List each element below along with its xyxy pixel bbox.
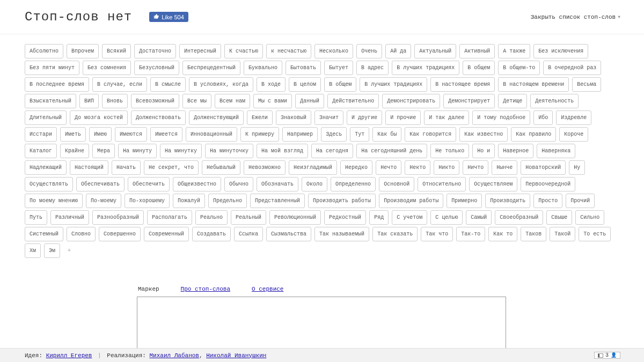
stop-word-tag[interactable]: В лучших традициях bbox=[392, 61, 459, 75]
stop-word-tag[interactable]: Нынче bbox=[492, 160, 517, 175]
stop-word-tag[interactable]: На минуту bbox=[118, 144, 157, 158]
stop-word-tag[interactable]: В общем bbox=[324, 77, 356, 92]
stop-word-tag[interactable]: Имеются bbox=[115, 127, 147, 142]
stop-word-tag[interactable]: Ибо bbox=[533, 110, 553, 125]
stop-word-tag[interactable]: Некто bbox=[405, 160, 430, 175]
tab-marker[interactable]: Маркер bbox=[138, 286, 159, 292]
stop-word-tag[interactable]: Интересный bbox=[179, 44, 221, 58]
stop-word-tag[interactable]: Так-то bbox=[456, 227, 485, 241]
stop-word-tag[interactable]: Прочий bbox=[566, 194, 595, 208]
stop-word-tag[interactable]: Системный bbox=[25, 227, 63, 241]
stop-word-tag[interactable]: Самый bbox=[466, 210, 492, 225]
stop-word-tag[interactable]: Создавать bbox=[192, 227, 231, 241]
stop-word-tag[interactable]: Эм bbox=[44, 243, 60, 258]
stop-word-tag[interactable]: Около bbox=[302, 177, 327, 191]
stop-word-tag[interactable]: Впрочем bbox=[67, 44, 99, 58]
stop-word-tag[interactable]: Крайне bbox=[60, 144, 89, 158]
stop-word-tag[interactable]: На минуточку bbox=[205, 144, 253, 158]
stop-word-tag[interactable]: Сильно bbox=[575, 210, 604, 225]
stop-word-tag[interactable]: Инновационный bbox=[186, 127, 237, 142]
stop-word-tag[interactable]: Ничто bbox=[463, 160, 488, 175]
stop-word-tag[interactable]: В общем bbox=[463, 61, 495, 75]
stop-word-tag[interactable]: Никто bbox=[434, 160, 459, 175]
stop-word-tag[interactable]: Производим работы bbox=[379, 194, 443, 208]
stop-word-tag[interactable]: Как то bbox=[488, 227, 517, 241]
stop-word-tag[interactable]: Совершенно bbox=[99, 227, 141, 241]
stop-word-tag[interactable]: Словно bbox=[67, 227, 96, 241]
stop-word-tag[interactable]: Как известно bbox=[459, 127, 508, 142]
stop-word-tag[interactable]: Демонстрирует bbox=[443, 94, 495, 108]
stop-word-tag[interactable]: В смысле bbox=[150, 77, 186, 92]
stop-word-tag[interactable]: Не секрет, что bbox=[144, 160, 199, 175]
stop-word-tag[interactable]: Всем нам bbox=[215, 94, 250, 108]
stop-word-tag[interactable]: В настоящем времени bbox=[498, 77, 569, 92]
stop-word-tag[interactable]: И так далее bbox=[424, 110, 469, 125]
stop-word-tag[interactable]: По-моему bbox=[86, 194, 121, 208]
stop-word-tag[interactable]: Так что bbox=[421, 227, 453, 241]
stop-word-tag[interactable]: Разнообразный bbox=[92, 210, 144, 225]
stop-word-tag[interactable]: Как правило bbox=[511, 127, 556, 142]
stop-word-tag[interactable]: Хм bbox=[25, 243, 41, 258]
stop-word-tag[interactable]: Исстари bbox=[25, 127, 57, 142]
stop-word-tag[interactable]: По-хорошему bbox=[125, 194, 170, 208]
impl-author2-link[interactable]: Николай Иванушкин bbox=[206, 352, 266, 359]
stop-word-tag[interactable]: В условиях, когда bbox=[189, 77, 253, 92]
stop-word-tag[interactable]: Активный bbox=[459, 44, 495, 58]
stop-word-tag[interactable]: ВИП bbox=[79, 94, 99, 108]
stop-word-tag[interactable]: Без сомнения bbox=[83, 61, 131, 75]
stop-word-tag[interactable]: Реальный bbox=[231, 210, 266, 225]
stop-word-tag[interactable]: Так сказать bbox=[372, 227, 418, 241]
tab-about-stopwords[interactable]: Про стоп-слова bbox=[181, 286, 230, 292]
stop-word-tag[interactable]: Без пяти минут bbox=[25, 61, 79, 75]
stop-word-tag[interactable]: То есть bbox=[579, 227, 611, 241]
stop-word-tag[interactable]: На сегодня bbox=[311, 144, 353, 158]
stop-word-tag[interactable]: Обеспечивать bbox=[76, 177, 125, 191]
stop-word-tag[interactable]: Настоящий bbox=[70, 160, 108, 175]
stop-word-tag[interactable]: Короче bbox=[559, 127, 588, 142]
stop-word-tag[interactable]: Не только bbox=[430, 144, 469, 158]
stop-word-tag[interactable]: Сызмальства bbox=[266, 227, 311, 241]
stop-word-tag[interactable]: Например bbox=[282, 127, 318, 142]
stop-word-tag[interactable]: В последнее время bbox=[25, 77, 89, 92]
stop-word-tag[interactable]: Абсолютно bbox=[25, 44, 63, 58]
stop-word-tag[interactable]: Путь bbox=[25, 210, 47, 225]
stop-word-tag[interactable]: До мозга костей bbox=[70, 110, 128, 125]
stop-word-tag[interactable]: Всякий bbox=[102, 44, 131, 58]
stop-word-tag[interactable]: Тут bbox=[350, 127, 369, 142]
stop-word-tag[interactable]: В лучших традициях bbox=[360, 77, 427, 92]
stop-word-tag[interactable]: к несчастью bbox=[266, 44, 311, 58]
stop-word-tag[interactable]: Надлежащий bbox=[25, 160, 67, 175]
stop-word-tag[interactable]: Долженствовать bbox=[131, 110, 186, 125]
stop-word-tag[interactable]: Иметь bbox=[60, 127, 86, 142]
stop-word-tag[interactable]: Производить bbox=[485, 194, 530, 208]
stop-word-tag[interactable]: Наверное bbox=[498, 144, 533, 158]
stop-word-tag[interactable]: Небывалый bbox=[202, 160, 240, 175]
stop-word-tag[interactable]: И прочие bbox=[385, 110, 421, 125]
stop-word-tag[interactable]: Различный bbox=[50, 210, 89, 225]
stop-word-tag[interactable]: Несколько bbox=[314, 44, 353, 58]
stop-word-tag[interactable]: Данный bbox=[295, 94, 324, 108]
stop-word-tag[interactable]: Бытует bbox=[324, 61, 353, 75]
facebook-like-button[interactable]: Like 504 bbox=[149, 12, 188, 22]
stop-word-tag[interactable]: Осуществлять bbox=[25, 177, 73, 191]
stop-word-tag[interactable]: Буквально bbox=[244, 61, 282, 75]
stop-word-tag[interactable]: На мой взгляд bbox=[257, 144, 308, 158]
stop-word-tag[interactable]: Имеется bbox=[150, 127, 182, 142]
stop-word-tag[interactable]: Имею bbox=[89, 127, 112, 142]
stop-word-tag[interactable]: Деятельность bbox=[530, 94, 579, 108]
stop-word-tag[interactable]: А также bbox=[498, 44, 530, 58]
stop-word-tag[interactable]: Предельно bbox=[208, 194, 247, 208]
stop-word-tag[interactable]: Каталог bbox=[25, 144, 57, 158]
stop-word-tag[interactable]: Первоочередной bbox=[521, 177, 575, 191]
stop-word-tag[interactable]: Нередко bbox=[340, 160, 372, 175]
stop-word-tag[interactable]: Всевозможный bbox=[131, 94, 179, 108]
stop-word-tag[interactable]: Относительно bbox=[418, 177, 466, 191]
stop-word-tag[interactable]: Нечто bbox=[376, 160, 401, 175]
stop-word-tag[interactable]: Действительно bbox=[327, 94, 379, 108]
stop-word-tag[interactable]: Вновь bbox=[102, 94, 128, 108]
stop-word-tag[interactable]: Весьма bbox=[572, 77, 601, 92]
stop-word-tag[interactable]: Здесь bbox=[321, 127, 347, 142]
stop-word-tag[interactable]: Детище bbox=[498, 94, 527, 108]
stop-word-tag[interactable]: Мера bbox=[92, 144, 115, 158]
stop-word-tag[interactable]: Такой bbox=[550, 227, 575, 241]
